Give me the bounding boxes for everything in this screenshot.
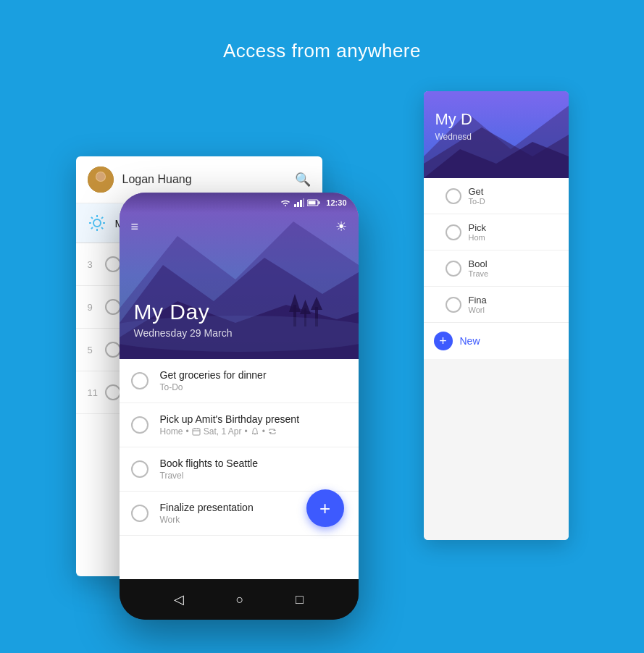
new-task-button[interactable]: + New [424,323,569,359]
task-title-2: Pick up Amit's Birthday present [160,413,300,425]
panel-back-item-sub-4: Worl [469,306,487,314]
panel-back-header: My D Wednesd [424,91,569,178]
back-button[interactable]: ◁ [174,591,184,607]
dot-sep-2: • [186,426,189,437]
panel-back-row-2: Pick Hom [424,214,569,250]
panel-back-body: Get To-D Pick Hom Bool Trave [424,178,569,540]
svg-point-7 [96,172,105,181]
item-circle-2 [105,299,121,315]
wifi-icon [280,198,291,207]
svg-rect-23 [309,201,316,205]
task-sub-1: To-Do [160,382,267,392]
svg-rect-18 [297,202,299,207]
item-number-2: 9 [88,302,102,313]
panel-back: My D Wednesd Get To-D Pick Hom [424,91,569,540]
menu-icon[interactable]: ≡ [131,220,139,233]
task-title-3: Book flights to Seattle [160,458,258,469]
panel-back-item-sub-2: Hom [469,233,487,242]
sun-icon [88,214,106,232]
svg-rect-19 [300,200,302,207]
panel-back-item-title-3: Bool [469,258,489,269]
phone-screen: 12:30 [120,193,359,579]
phone-title-area: My Day Wednesday 29 March [134,300,233,339]
task-title-1: Get groceries for dinner [160,369,267,381]
phone-header: ≡ ☀ My Day Wednesday 29 March [120,193,359,359]
task-circle-3 [446,261,461,277]
svg-line-14 [101,227,103,229]
task-title-4: Finalize presentation [160,502,254,513]
task-check-2[interactable] [131,416,149,434]
new-task-label: New [460,335,480,347]
task-list-2: Home [160,426,183,437]
signal-icon [294,198,304,207]
task-check-1[interactable] [131,372,149,389]
status-time: 12:30 [326,198,346,207]
user-avatar [88,167,114,193]
item-number-1: 3 [88,259,102,270]
task-circle-1 [446,188,461,204]
panel-back-item-sub-3: Trave [469,269,489,278]
fab-button[interactable]: + [306,489,344,527]
dot-sep-2c: • [262,426,265,437]
status-icons: 12:30 [280,198,346,207]
panel-back-row-1: Get To-D [424,178,569,214]
phone-task-1[interactable]: Get groceries for dinner To-Do [120,359,359,403]
task-sub-4: Work [160,515,254,525]
bulb-icon[interactable]: ☀ [335,219,347,235]
plus-circle-icon: + [434,332,453,350]
phone-task-2[interactable]: Pick up Amit's Birthday present Home • S… [120,403,359,447]
task-date-2: Sat, 1 Apr [204,426,242,437]
bell-icon-2 [251,427,259,436]
phone-title: My Day [134,300,233,324]
task-check-3[interactable] [131,460,149,478]
panel-back-item-sub-1: To-D [469,197,485,206]
svg-line-16 [91,227,92,229]
svg-rect-17 [294,204,296,207]
calendar-icon-2 [192,427,201,436]
svg-line-13 [91,217,92,219]
svg-rect-20 [303,198,304,207]
task-check-4[interactable] [131,505,149,522]
status-bar: 12:30 [120,193,359,213]
task-circle-4 [446,297,461,313]
phone-task-3[interactable]: Book flights to Seattle Travel [120,447,359,492]
panel-back-item-title-4: Fina [469,295,487,306]
panel-back-row-4: Fina Worl [424,287,569,323]
svg-point-8 [93,219,101,227]
svg-rect-22 [319,201,320,204]
user-name: Logan Huang [122,173,295,186]
item-number-4: 11 [88,387,102,398]
search-icon[interactable]: 🔍 [295,172,311,188]
panel-back-item-title-2: Pick [469,222,487,233]
svg-rect-35 [193,429,200,435]
dot-sep-2b: • [244,426,247,437]
home-button[interactable]: ○ [236,592,244,607]
panel-back-row-3: Bool Trave [424,250,569,287]
item-circle-1 [105,256,121,272]
headline: Access from anywhere [223,40,421,62]
battery-icon [307,198,320,207]
panel-back-item-title-1: Get [469,186,485,197]
panel-back-title: My D [435,110,557,129]
svg-line-15 [101,217,103,219]
phone-date: Wednesday 29 March [134,327,233,339]
item-circle-3 [105,342,121,358]
task-circle-2 [446,224,461,240]
task-sub-3: Travel [160,471,258,481]
recents-button[interactable]: □ [296,592,304,607]
phone-device: 12:30 [120,193,359,620]
phone-nav-bar: ◁ ○ □ [120,579,359,620]
panel-back-subtitle: Wednesd [435,132,557,142]
item-number-3: 5 [88,345,102,355]
item-circle-4 [105,384,121,400]
task-sub-2: Home • Sat, 1 Apr • [160,426,300,437]
devices-container: My D Wednesd Get To-D Pick Hom [76,91,569,612]
repeat-icon-2 [268,427,277,436]
